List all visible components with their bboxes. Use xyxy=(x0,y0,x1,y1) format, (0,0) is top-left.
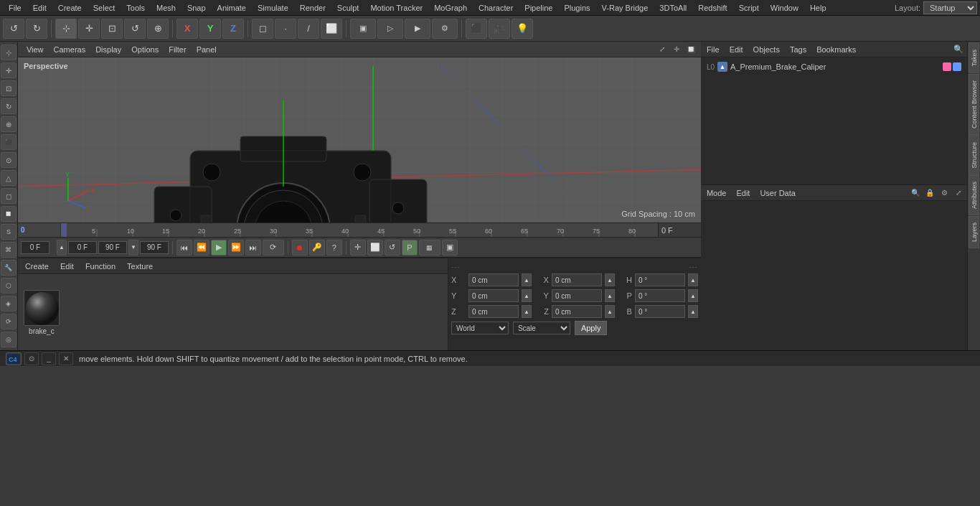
attr-z-pos-input[interactable] xyxy=(468,305,519,318)
pb-tool3[interactable]: ↺ xyxy=(385,240,400,256)
side-tab-takes[interactable]: Takes xyxy=(969,43,979,73)
status-icon-minimize[interactable]: _ xyxy=(42,352,56,365)
frame-down-btn[interactable]: ▼ xyxy=(128,240,138,256)
undo-button[interactable]: ↺ xyxy=(3,19,24,39)
layout-select[interactable]: Startup Standard xyxy=(923,1,977,14)
render-button[interactable]: ▷ xyxy=(377,19,403,39)
menu-vray[interactable]: V-Ray Bridge xyxy=(596,2,654,14)
lt-tool5[interactable]: ⬛ xyxy=(1,134,17,150)
menu-mesh[interactable]: Mesh xyxy=(151,2,182,14)
attr-p-input[interactable] xyxy=(635,289,685,302)
attr-search-icon[interactable]: 🔍 xyxy=(910,187,921,199)
lt-tool7[interactable]: △ xyxy=(1,170,17,186)
record-btn[interactable]: ⏺ xyxy=(292,240,308,256)
vp-icon-zoom[interactable]: 🔲 xyxy=(685,44,697,55)
menu-redshift[interactable]: Redshift xyxy=(692,2,732,14)
lt-select[interactable]: ⊹ xyxy=(1,44,17,60)
max-frame-input[interactable] xyxy=(140,241,169,254)
om-item-brake-caliper[interactable]: L0 ▲ A_Premium_Brake_Caliper xyxy=(704,60,964,73)
attr-x-scale-input[interactable] xyxy=(552,273,602,286)
attr-x2-arrow[interactable]: ▲ xyxy=(605,273,615,286)
menu-3dtoall[interactable]: 3DToAll xyxy=(654,2,692,14)
side-tab-attributes[interactable]: Attributes xyxy=(969,175,979,215)
lt-tool8[interactable]: ◻ xyxy=(1,188,17,204)
light-button[interactable]: 💡 xyxy=(512,19,533,39)
lt-tool10[interactable]: S xyxy=(1,224,17,240)
world-select[interactable]: World Object xyxy=(451,322,509,334)
vp-menu-cameras[interactable]: Cameras xyxy=(50,44,90,55)
render-region-button[interactable]: ▣ xyxy=(350,19,376,39)
current-frame-input[interactable] xyxy=(68,241,97,254)
loop-btn[interactable]: ⟳ xyxy=(263,240,284,256)
lt-tool12[interactable]: 🔧 xyxy=(1,260,17,276)
point-mode-button[interactable]: · xyxy=(275,19,296,39)
pb-tool1[interactable]: ✛ xyxy=(350,240,366,256)
apply-button[interactable]: Apply xyxy=(575,321,608,335)
object-mode-button[interactable]: ◻ xyxy=(252,19,273,39)
om-edit[interactable]: Edit xyxy=(727,44,746,55)
attr-expand-icon[interactable]: ⤢ xyxy=(953,187,964,199)
attr-y-arrow[interactable]: ▲ xyxy=(522,289,532,302)
menu-motion-tracker[interactable]: Motion Tracker xyxy=(364,2,428,14)
vp-menu-view[interactable]: View xyxy=(22,44,48,55)
rotate-tool-button[interactable]: ↺ xyxy=(124,19,146,39)
menu-animate[interactable]: Animate xyxy=(212,2,252,14)
pb-tool2[interactable]: ⬜ xyxy=(367,240,383,256)
help-btn[interactable]: ? xyxy=(326,240,342,256)
om-file[interactable]: File xyxy=(704,44,722,55)
lt-scale[interactable]: ⊡ xyxy=(1,80,17,96)
attr-y-scale-input[interactable] xyxy=(552,289,602,302)
go-end-btn[interactable]: ⏭ xyxy=(245,240,261,256)
status-icon-close[interactable]: ✕ xyxy=(59,352,73,365)
attr-mode[interactable]: Mode xyxy=(704,187,730,199)
vp-menu-filter[interactable]: Filter xyxy=(164,44,190,55)
lt-transform[interactable]: ⊕ xyxy=(1,116,17,132)
menu-script[interactable]: Script xyxy=(733,2,765,14)
viewport-canvas[interactable]: Perspective Grid Spacing : 10 cm X Y Z xyxy=(18,57,701,222)
move-tool-button[interactable]: ✛ xyxy=(78,19,100,39)
attr-y-pos-input[interactable] xyxy=(468,289,519,302)
start-frame-input[interactable] xyxy=(21,241,50,254)
menu-create[interactable]: Create xyxy=(52,2,88,14)
menu-character[interactable]: Character xyxy=(473,2,519,14)
step-fwd-btn[interactable]: ⏩ xyxy=(228,240,244,256)
camera-button[interactable]: 🎥 xyxy=(489,19,510,39)
render-settings-button[interactable]: ⚙ xyxy=(432,19,458,39)
axis-x-button[interactable]: X xyxy=(176,19,198,39)
status-icon-circle[interactable]: ⊙ xyxy=(24,352,39,365)
mm-function[interactable]: Function xyxy=(83,261,118,272)
om-tags[interactable]: Tags xyxy=(787,44,809,55)
side-tab-content-browser[interactable]: Content Browser xyxy=(969,74,979,135)
lt-tool9[interactable]: 🔲 xyxy=(1,206,17,222)
view-cube-button[interactable]: ⬛ xyxy=(466,19,487,39)
menu-snap[interactable]: Snap xyxy=(182,2,212,14)
menu-sculpt[interactable]: Sculpt xyxy=(331,2,365,14)
lt-tool6[interactable]: ⊙ xyxy=(1,152,17,168)
menu-edit[interactable]: Edit xyxy=(27,2,52,14)
lt-tool14[interactable]: ◈ xyxy=(1,296,17,311)
step-back-btn[interactable]: ⏪ xyxy=(194,240,209,256)
menu-file[interactable]: File xyxy=(3,2,27,14)
axis-y-button[interactable]: Y xyxy=(199,19,221,39)
attr-h-arrow[interactable]: ▲ xyxy=(688,273,698,286)
attr-b-input[interactable] xyxy=(635,305,685,318)
play-btn[interactable]: ▶ xyxy=(211,240,227,256)
attr-userdata[interactable]: User Data xyxy=(757,187,798,199)
menu-render[interactable]: Render xyxy=(294,2,331,14)
menu-plugins[interactable]: Plugins xyxy=(558,2,595,14)
side-tab-layers[interactable]: Layers xyxy=(969,216,979,248)
om-dot-pink[interactable] xyxy=(943,62,951,71)
redo-button[interactable]: ↻ xyxy=(26,19,47,39)
menu-help[interactable]: Help xyxy=(804,2,832,14)
keyframe-btn[interactable]: 🔑 xyxy=(309,240,325,256)
attr-edit[interactable]: Edit xyxy=(733,187,753,199)
scale-tool-button[interactable]: ⊡ xyxy=(101,19,123,39)
om-bookmarks[interactable]: Bookmarks xyxy=(814,44,859,55)
mm-create[interactable]: Create xyxy=(22,261,52,272)
lt-rotate[interactable]: ↻ xyxy=(1,98,17,114)
mm-edit[interactable]: Edit xyxy=(57,261,77,272)
go-start-btn[interactable]: ⏮ xyxy=(176,240,192,256)
menu-select[interactable]: Select xyxy=(88,2,121,14)
om-search-icon[interactable]: 🔍 xyxy=(953,44,963,54)
pb-tool4[interactable]: P xyxy=(402,240,418,256)
